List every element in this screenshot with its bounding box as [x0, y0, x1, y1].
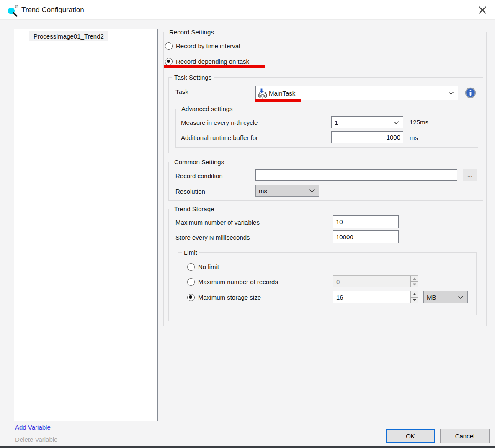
no-limit-label[interactable]: No limit [198, 263, 219, 271]
storage-unit-value: MB [427, 294, 436, 301]
max-storage-radio[interactable] [187, 294, 195, 301]
record-condition-input[interactable] [255, 169, 457, 181]
window-title: Trend Configuration [21, 6, 84, 14]
max-variables-input[interactable] [333, 215, 399, 228]
store-every-input[interactable] [333, 230, 399, 243]
chevron-down-icon [448, 89, 454, 97]
chevron-down-icon [309, 187, 315, 194]
delete-variable-disabled: Delete Variable [15, 436, 57, 443]
max-records-label[interactable]: Maximum number of records [198, 278, 278, 286]
resolution-combobox[interactable]: ms [255, 185, 319, 197]
info-icon[interactable] [465, 87, 476, 100]
record-depending-task-radio[interactable] [165, 58, 173, 65]
chevron-down-icon [393, 119, 399, 126]
spinner-arrows-icon[interactable] [410, 291, 418, 303]
record-condition-label: Record condition [175, 172, 223, 180]
trend-storage-legend: Trend Storage [172, 205, 216, 213]
max-variables-label: Maximum number of variables [175, 218, 260, 226]
task-settings-legend: Task Settings [172, 73, 214, 81]
trend-app-icon [7, 4, 20, 19]
trend-configuration-dialog: Trend Configuration ProcessImage01_Trend… [0, 0, 495, 448]
add-variable-link[interactable]: Add Variable [15, 424, 51, 431]
browse-condition-button[interactable]: ... [463, 169, 477, 181]
buffer-label: Additional runtime buffer for [181, 134, 258, 142]
limit-group: Limit No limit Maximum number of records… [178, 252, 477, 315]
task-combobox-value: MainTask [269, 90, 295, 97]
tree-item-trend[interactable]: ProcessImage01_Trend2 [14, 31, 157, 41]
cycle-combobox[interactable]: 1 [331, 116, 403, 128]
no-limit-radio[interactable] [187, 263, 195, 271]
tree-branch-line [20, 36, 28, 36]
tree-item-label: ProcessImage01_Trend2 [29, 31, 108, 41]
close-icon [478, 5, 487, 15]
cycle-label: Measure in every n-th cycle [181, 119, 258, 127]
store-every-label: Store every N milliseconds [175, 233, 250, 241]
max-records-spinner: 0 [333, 275, 418, 287]
trend-storage-group: Trend Storage Maximum number of variable… [168, 209, 483, 321]
annotation-underline-maintask [255, 99, 301, 102]
trend-tree-panel: ProcessImage01_Trend2 [14, 29, 158, 421]
max-records-value: 0 [336, 278, 340, 285]
resolution-label: Resolution [175, 187, 205, 195]
resolution-combobox-value: ms [259, 187, 267, 194]
record-by-time-radio[interactable] [165, 42, 173, 50]
ok-button[interactable]: OK [386, 429, 435, 443]
max-records-radio[interactable] [187, 278, 195, 286]
buffer-input[interactable] [331, 131, 403, 143]
cycle-combobox-value: 1 [335, 119, 338, 126]
max-storage-value: 16 [336, 294, 343, 301]
cancel-button[interactable]: Cancel [440, 429, 490, 443]
chevron-down-icon [458, 293, 464, 301]
record-by-time-label[interactable]: Record by time interval [176, 42, 240, 50]
spinner-arrows-icon [410, 276, 418, 287]
close-button[interactable] [474, 3, 491, 17]
record-settings-legend: Record Settings [167, 28, 216, 36]
task-settings-group: Task Settings Task MainTask [168, 77, 483, 153]
limit-legend: Limit [182, 249, 199, 256]
record-depending-task-label[interactable]: Record depending on task [176, 57, 249, 65]
task-combobox[interactable]: MainTask [255, 86, 458, 100]
annotation-underline-task-radio [164, 65, 265, 68]
storage-unit-combobox[interactable]: MB [423, 291, 468, 303]
task-label: Task [175, 88, 188, 96]
max-storage-spinner[interactable]: 16 [333, 291, 418, 303]
advanced-settings-group: Advanced settings Measure in every n-th … [175, 109, 478, 148]
common-settings-group: Common Settings Record condition ... Res… [168, 162, 483, 201]
title-bar: Trend Configuration [0, 0, 495, 20]
buffer-unit-label: ms [410, 134, 418, 141]
max-storage-label[interactable]: Maximum storage size [198, 293, 261, 301]
common-settings-legend: Common Settings [172, 158, 226, 166]
advanced-settings-legend: Advanced settings [179, 105, 235, 113]
cycle-time-value: 125ms [410, 119, 428, 126]
